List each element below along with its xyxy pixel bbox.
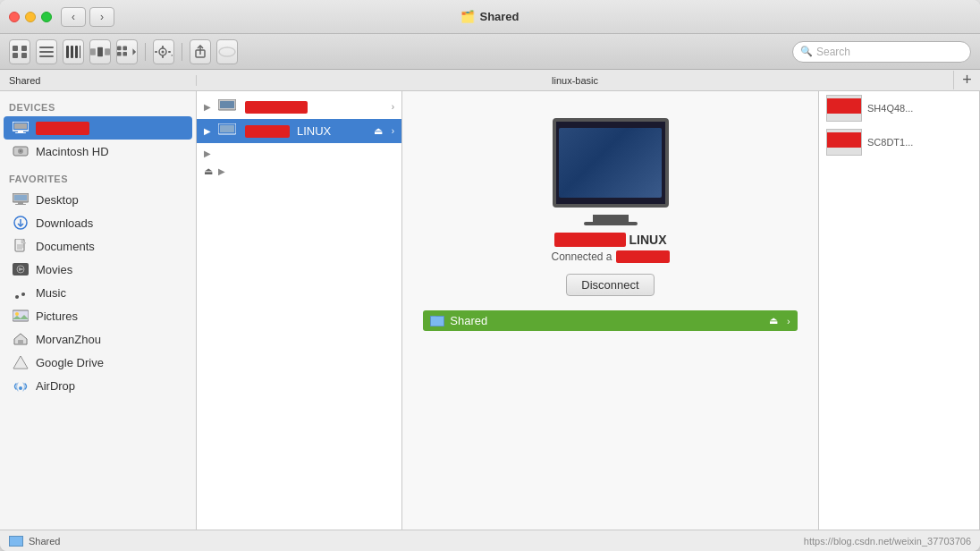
view-coverflow-button[interactable]	[89, 39, 111, 64]
monitor-base	[584, 222, 638, 225]
column-item-expand-3: ▶	[204, 148, 211, 158]
eject-expand-row: ⏏ ▶	[197, 163, 401, 180]
svg-rect-6	[39, 55, 54, 57]
svg-rect-15	[122, 46, 127, 50]
minimize-button[interactable]	[25, 12, 36, 22]
svg-rect-30	[14, 123, 27, 129]
svg-rect-31	[18, 131, 23, 132]
status-url: https://blog.csdn.net/weixin_37703706	[804, 536, 971, 547]
sidebar-item-macintosh-hd[interactable]: Macintosh HD	[4, 140, 192, 163]
svg-rect-23	[155, 51, 157, 53]
sidebar-google-drive-label: Google Drive	[36, 356, 104, 369]
sidebar-item-pictures[interactable]: Pictures	[4, 304, 192, 327]
macintosh-hd-icon	[13, 143, 29, 159]
sidebar-pictures-label: Pictures	[36, 309, 78, 323]
favorites-header: Favorites	[0, 163, 196, 188]
thumb-item-1[interactable]: SH4Q48...	[819, 91, 979, 125]
sidebar-music-label: Music	[36, 286, 66, 300]
main-area: Devices	[0, 91, 980, 530]
column-item-chevron-2: ›	[392, 126, 394, 136]
view-column-button[interactable]	[63, 39, 84, 64]
path-col-shared-text: Shared	[9, 75, 40, 86]
traffic-lights	[9, 12, 52, 22]
sidebar-item-morvan[interactable]	[4, 116, 192, 140]
view-list-button[interactable]	[36, 39, 57, 64]
sidebar-item-morvanzhou[interactable]: MorvanZhou	[4, 327, 192, 351]
desktop-icon	[13, 191, 29, 208]
shared-folder-icon	[430, 316, 444, 326]
preview-monitor	[553, 118, 669, 208]
column-item-3[interactable]: ▶	[197, 143, 401, 163]
preview-device-name: LINUX	[554, 233, 667, 247]
nav-buttons: ‹ ›	[61, 7, 114, 27]
connected-info: Connected a	[551, 250, 669, 263]
svg-point-35	[20, 150, 21, 152]
svg-rect-37	[14, 195, 27, 200]
sidebar-movies-label: Movies	[36, 263, 72, 276]
view-group-button[interactable]	[116, 39, 138, 64]
column-1: ▶ › ▶	[197, 91, 402, 530]
column-item-expand-2: ▶	[204, 126, 211, 136]
svg-rect-22	[162, 55, 164, 58]
search-bar[interactable]: 🔍 Search	[792, 41, 971, 63]
svg-rect-5	[39, 51, 54, 53]
monitor-stand	[593, 215, 629, 222]
forward-button[interactable]: ›	[89, 7, 114, 27]
tag-button[interactable]	[216, 39, 238, 64]
svg-rect-7	[66, 46, 69, 58]
connected-redacted	[616, 250, 670, 263]
svg-rect-14	[117, 46, 122, 50]
svg-rect-52	[18, 340, 23, 344]
svg-rect-11	[90, 48, 96, 55]
svg-rect-13	[105, 48, 110, 55]
gear-button[interactable]	[153, 39, 174, 64]
thumb-redacted-1	[827, 98, 861, 114]
column-item-linux2[interactable]: ▶ LINUX ⏏ ›	[197, 119, 401, 143]
eject-icon-row[interactable]: ⏏	[204, 165, 213, 177]
column-item-linux1[interactable]: ▶ ›	[197, 95, 401, 119]
disconnect-button[interactable]: Disconnect	[566, 274, 654, 296]
thumb-img-1	[826, 95, 862, 122]
sidebar-item-music[interactable]: Music	[4, 281, 192, 304]
window-title-icon: 🗂️	[460, 10, 475, 23]
sidebar-item-airdrop[interactable]: AirDrop	[4, 374, 192, 397]
sidebar-item-movies[interactable]: Movies	[4, 258, 192, 281]
svg-rect-9	[75, 46, 78, 58]
google-drive-icon	[13, 354, 29, 370]
morvanzhou-icon	[13, 331, 29, 347]
toolbar-separator-1	[145, 43, 146, 61]
shared-folder-chevron: ›	[787, 316, 790, 326]
column-item-chevron-1: ›	[392, 102, 394, 112]
sidebar-item-downloads[interactable]: Downloads	[4, 211, 192, 234]
svg-rect-16	[117, 52, 122, 56]
sidebar-item-google-drive[interactable]: Google Drive	[4, 351, 192, 374]
back-button[interactable]: ‹	[61, 7, 86, 27]
path-col-linux: linux-basic	[197, 75, 953, 86]
close-button[interactable]	[9, 12, 20, 22]
svg-rect-21	[162, 46, 164, 48]
thumb-label-2: SC8DT1...	[867, 137, 913, 148]
view-icon-button[interactable]	[9, 39, 30, 64]
window-title: 🗂️ Shared	[460, 10, 519, 23]
sidebar-item-desktop[interactable]: Desktop	[4, 188, 192, 211]
maximize-button[interactable]	[41, 12, 52, 22]
shared-folder-eject[interactable]: ⏏	[769, 315, 778, 326]
shared-folder-row[interactable]: Shared ⏏ ›	[423, 310, 798, 331]
svg-rect-57	[220, 101, 234, 108]
thumb-item-2[interactable]: SC8DT1...	[819, 125, 979, 159]
sidebar-airdrop-label: AirDrop	[36, 379, 75, 393]
share-button[interactable]	[190, 39, 211, 64]
finder-window: ‹ › 🗂️ Shared	[0, 0, 980, 551]
svg-point-51	[15, 312, 19, 316]
expand-icon-row[interactable]: ▶	[218, 166, 225, 176]
col-item-label-1-redacted	[245, 101, 308, 114]
svg-point-55	[19, 386, 22, 390]
sidebar-item-documents[interactable]: Documents	[4, 234, 192, 258]
sidebar-desktop-label: Desktop	[36, 193, 79, 207]
col-item-label-2-suffix: LINUX	[297, 124, 331, 138]
col-item-eject-2[interactable]: ⏏	[374, 125, 383, 137]
svg-rect-24	[168, 51, 171, 53]
titlebar: ‹ › 🗂️ Shared	[0, 0, 980, 34]
svg-rect-10	[80, 46, 80, 58]
add-tab-button[interactable]: +	[953, 71, 980, 89]
